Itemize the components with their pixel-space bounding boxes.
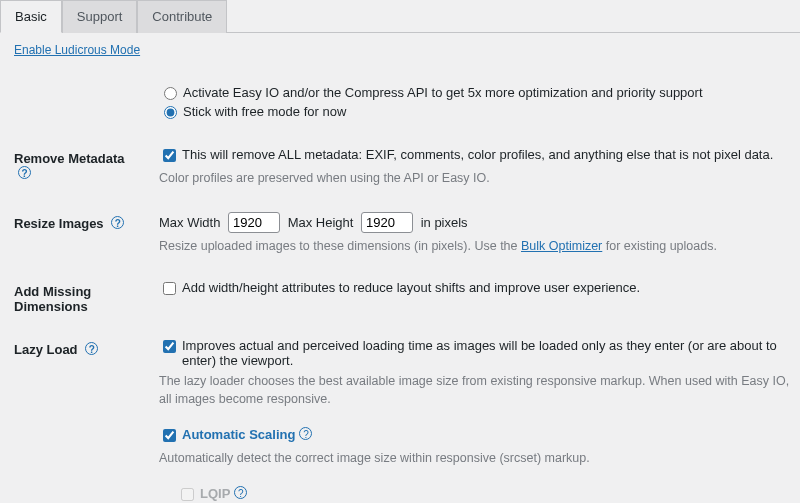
max-width-label: Max Width bbox=[159, 215, 220, 230]
help-icon[interactable]: ? bbox=[299, 427, 312, 440]
max-width-input[interactable] bbox=[228, 212, 280, 233]
checkbox-add-dimensions[interactable] bbox=[163, 282, 176, 295]
radio-free-mode[interactable] bbox=[164, 106, 177, 119]
checkbox-remove-metadata[interactable] bbox=[163, 149, 176, 162]
checkbox-auto-scaling[interactable] bbox=[163, 429, 176, 442]
help-icon[interactable]: ? bbox=[18, 166, 31, 179]
resize-images-heading: Resize Images bbox=[14, 216, 104, 231]
tab-basic[interactable]: Basic bbox=[0, 0, 62, 33]
radio-activate-label: Activate Easy IO and/or the Compress API… bbox=[183, 85, 703, 100]
max-height-label: Max Height bbox=[288, 215, 354, 230]
add-dimensions-label: Add width/height attributes to reduce la… bbox=[182, 280, 640, 295]
add-dimensions-heading: Add Missing Dimensions bbox=[14, 284, 91, 314]
enable-ludicrous-link[interactable]: Enable Ludicrous Mode bbox=[14, 43, 140, 57]
help-icon[interactable]: ? bbox=[111, 216, 124, 229]
tabs-nav: Basic Support Contribute bbox=[0, 0, 800, 33]
remove-metadata-label: This will remove ALL metadata: EXIF, com… bbox=[182, 147, 773, 162]
bulk-optimizer-link[interactable]: Bulk Optimizer bbox=[521, 239, 602, 253]
tab-contribute[interactable]: Contribute bbox=[137, 0, 227, 33]
checkbox-lqip bbox=[181, 488, 194, 501]
max-height-input[interactable] bbox=[361, 212, 413, 233]
auto-scaling-desc: Automatically detect the correct image s… bbox=[159, 449, 790, 468]
settings-form: Activate Easy IO and/or the Compress API… bbox=[0, 75, 800, 503]
lazy-load-label: Improves actual and perceived loading ti… bbox=[182, 338, 790, 368]
lazy-load-heading: Lazy Load bbox=[14, 342, 78, 357]
help-icon[interactable]: ? bbox=[85, 342, 98, 355]
resize-unit: in pixels bbox=[421, 215, 468, 230]
lqip-label: LQIP bbox=[200, 486, 230, 501]
lazy-load-desc: The lazy loader chooses the best availab… bbox=[159, 372, 790, 410]
radio-activate-easyio[interactable] bbox=[164, 87, 177, 100]
remove-metadata-heading: Remove Metadata bbox=[14, 151, 125, 166]
auto-scaling-label: Automatic Scaling bbox=[182, 427, 295, 442]
tab-support[interactable]: Support bbox=[62, 0, 138, 33]
resize-desc-before: Resize uploaded images to these dimensio… bbox=[159, 239, 521, 253]
radio-free-label: Stick with free mode for now bbox=[183, 104, 346, 119]
checkbox-lazy-load[interactable] bbox=[163, 340, 176, 353]
help-icon[interactable]: ? bbox=[234, 486, 247, 499]
remove-metadata-desc: Color profiles are preserved when using … bbox=[159, 169, 790, 188]
resize-desc-after: for existing uploads. bbox=[602, 239, 717, 253]
